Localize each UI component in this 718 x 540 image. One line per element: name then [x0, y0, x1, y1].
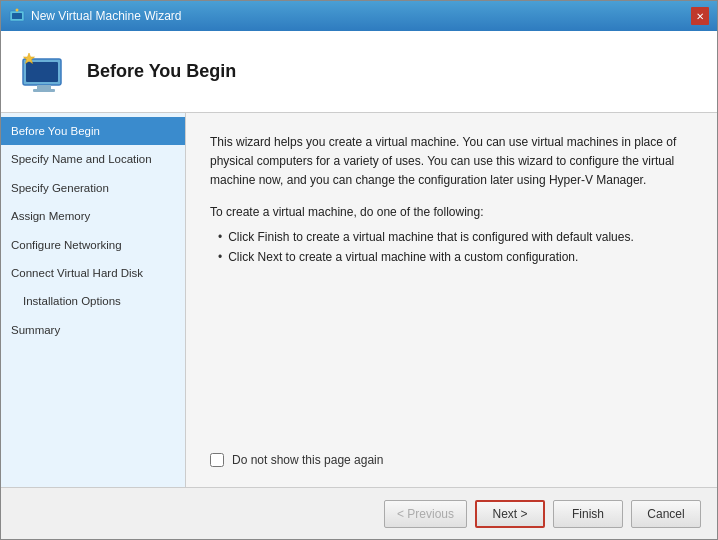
sidebar-item-specify-generation[interactable]: Specify Generation [1, 174, 185, 202]
checkbox-label[interactable]: Do not show this page again [232, 453, 383, 467]
sidebar-item-assign-memory[interactable]: Assign Memory [1, 202, 185, 230]
sidebar-item-before-you-begin[interactable]: Before You Begin [1, 117, 185, 145]
sidebar-item-configure-networking[interactable]: Configure Networking [1, 231, 185, 259]
svg-point-2 [16, 9, 19, 12]
content-area: Before You Begin Specify Name and Locati… [1, 113, 717, 487]
cancel-button[interactable]: Cancel [631, 500, 701, 528]
title-bar-left: New Virtual Machine Wizard [9, 8, 182, 24]
sidebar-item-specify-name[interactable]: Specify Name and Location [1, 145, 185, 173]
next-button[interactable]: Next > [475, 500, 545, 528]
bullet-item-finish: Click Finish to create a virtual machine… [218, 227, 693, 247]
finish-button[interactable]: Finish [553, 500, 623, 528]
main-content: This wizard helps you create a virtual m… [210, 133, 693, 443]
main-panel: This wizard helps you create a virtual m… [186, 113, 717, 487]
svg-rect-5 [37, 85, 51, 89]
wizard-header-icon [17, 45, 71, 99]
close-button[interactable]: ✕ [691, 7, 709, 25]
previous-button[interactable]: < Previous [384, 500, 467, 528]
intro-paragraph: This wizard helps you create a virtual m… [210, 133, 693, 191]
title-bar-buttons: ✕ [691, 7, 709, 25]
svg-rect-6 [33, 89, 55, 92]
bullet-item-next: Click Next to create a virtual machine w… [218, 247, 693, 267]
do-not-show-checkbox[interactable] [210, 453, 224, 467]
footer: < Previous Next > Finish Cancel [1, 487, 717, 539]
checkbox-area: Do not show this page again [210, 443, 693, 467]
svg-rect-1 [12, 13, 22, 19]
sidebar: Before You Begin Specify Name and Locati… [1, 113, 186, 487]
app-icon [9, 8, 25, 24]
wizard-window: New Virtual Machine Wizard ✕ Before You … [0, 0, 718, 540]
title-bar: New Virtual Machine Wizard ✕ [1, 1, 717, 31]
window-title: New Virtual Machine Wizard [31, 9, 182, 23]
header-area: Before You Begin [1, 31, 717, 113]
header-title: Before You Begin [87, 61, 236, 82]
sidebar-item-summary[interactable]: Summary [1, 316, 185, 344]
sidebar-item-installation-options[interactable]: Installation Options [1, 287, 185, 315]
sidebar-item-connect-vhd[interactable]: Connect Virtual Hard Disk [1, 259, 185, 287]
svg-rect-4 [26, 62, 58, 82]
bullet-list: Click Finish to create a virtual machine… [210, 227, 693, 268]
section-header: To create a virtual machine, do one of t… [210, 205, 693, 219]
